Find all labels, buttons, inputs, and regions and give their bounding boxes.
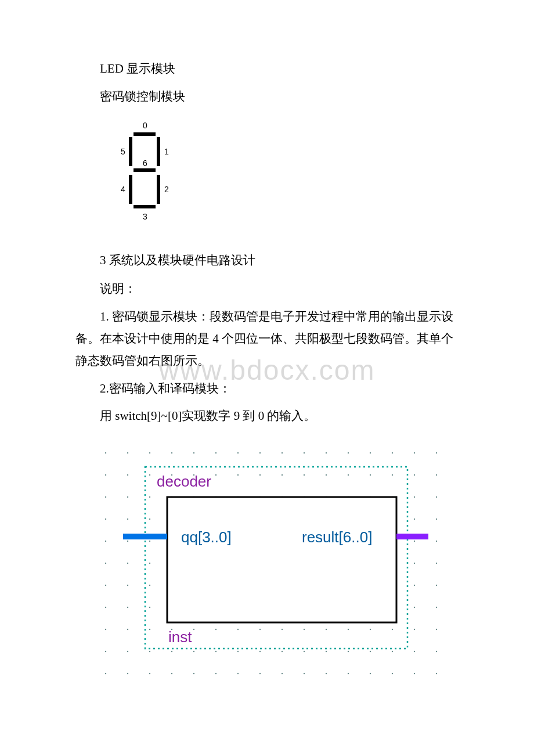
seg-label-1: 1	[164, 147, 169, 156]
decoder-input-label: qq[3..0]	[181, 528, 232, 546]
section-heading-3: 3 系统以及模块硬件电路设计	[75, 250, 459, 272]
svg-rect-0	[134, 132, 156, 136]
seg-label-4: 4	[121, 185, 125, 194]
svg-rect-2	[157, 175, 160, 204]
seven-segment-diagram: 0 1 2 3 4 5 6	[103, 120, 459, 232]
svg-rect-10	[167, 497, 396, 622]
svg-rect-6	[134, 168, 156, 172]
svg-rect-5	[129, 137, 132, 166]
decoder-title: decoder	[157, 473, 211, 490]
text-led-module: LED 显示模块	[75, 58, 459, 80]
seg-label-3: 3	[143, 212, 147, 221]
decoder-output-label: result[6..0]	[302, 528, 372, 546]
decoder-inst-label: inst	[168, 628, 192, 646]
text-explain: 说明：	[75, 278, 459, 300]
text-item-2: 2.密码输入和译码模块：	[75, 378, 459, 400]
svg-rect-1	[157, 137, 160, 166]
seg-label-5: 5	[121, 147, 125, 156]
text-lock-control-module: 密码锁控制模块	[75, 86, 459, 108]
seg-label-2: 2	[164, 185, 169, 194]
decoder-block-diagram: decoder qq[3..0] result[6..0] inst	[103, 451, 459, 685]
seg-label-0: 0	[143, 121, 147, 130]
svg-rect-3	[134, 205, 156, 208]
text-switch-line: 用 switch[9]~[0]实现数字 9 到 0 的输入。	[75, 405, 459, 427]
text-item-1: 1. 密码锁显示模块：段数码管是电子开发过程中常用的输出显示设备。在本设计中使用…	[75, 306, 459, 372]
svg-rect-4	[129, 175, 132, 204]
seg-label-6: 6	[143, 159, 147, 168]
